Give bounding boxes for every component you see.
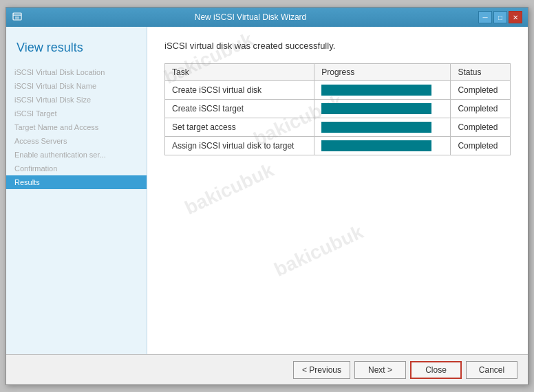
- sidebar-item-iscsi-target[interactable]: iSCSI Target: [6, 107, 147, 120]
- sidebar-item-disk-location[interactable]: iSCSI Virtual Disk Location: [6, 65, 147, 79]
- table-row: Assign iSCSI virtual disk to targetCompl…: [165, 137, 511, 155]
- table-row: Create iSCSI virtual diskCompleted: [165, 81, 511, 100]
- cell-task-1: Create iSCSI target: [165, 100, 314, 118]
- cell-progress-1: [314, 100, 451, 118]
- sidebar: View results iSCSI Virtual Disk Location…: [6, 27, 147, 354]
- sidebar-item-confirmation[interactable]: Confirmation: [6, 162, 147, 175]
- sidebar-item-target-name[interactable]: Target Name and Access: [6, 120, 147, 134]
- cell-progress-2: [314, 118, 451, 137]
- previous-button[interactable]: < Previous: [293, 361, 350, 379]
- cell-status-1: Completed: [451, 100, 511, 118]
- main-panel: bakicubuk bakicubuk bakicubuk bakicubuk …: [147, 27, 528, 354]
- close-button[interactable]: Close: [410, 361, 462, 379]
- col-task: Task: [165, 64, 314, 81]
- minimize-button[interactable]: ─: [478, 11, 492, 23]
- watermark-3: bakicubuk: [182, 159, 277, 219]
- window-controls: ─ □ ✕: [478, 11, 522, 23]
- window-title: New iSCSI Virtual Disk Wizard: [23, 12, 478, 22]
- watermark-4: bakicubuk: [271, 221, 367, 281]
- col-status: Status: [451, 64, 511, 81]
- sidebar-item-access-servers[interactable]: Access Servers: [6, 134, 147, 148]
- cell-progress-0: [314, 81, 451, 100]
- cell-progress-3: [314, 137, 451, 155]
- main-window: New iSCSI Virtual Disk Wizard ─ □ ✕ View…: [6, 7, 528, 385]
- window-icon: [12, 12, 23, 23]
- sidebar-item-enable-auth[interactable]: Enable authentication ser...: [6, 148, 147, 162]
- cell-status-0: Completed: [451, 81, 511, 100]
- cell-task-0: Create iSCSI virtual disk: [165, 81, 314, 100]
- col-progress: Progress: [314, 64, 451, 81]
- cancel-button[interactable]: Cancel: [466, 361, 517, 379]
- cell-status-2: Completed: [451, 118, 511, 137]
- sidebar-header: View results: [6, 34, 147, 65]
- title-bar: New iSCSI Virtual Disk Wizard ─ □ ✕: [6, 8, 528, 27]
- footer: < Previous Next > Close Cancel: [6, 354, 528, 384]
- table-row: Set target accessCompleted: [165, 118, 511, 137]
- results-table: Task Progress Status Create iSCSI virtua…: [164, 63, 511, 155]
- cell-status-3: Completed: [451, 137, 511, 155]
- next-button[interactable]: Next >: [354, 361, 406, 379]
- sidebar-item-disk-size[interactable]: iSCSI Virtual Disk Size: [6, 93, 147, 107]
- cell-task-2: Set target access: [165, 118, 314, 137]
- content-area: View results iSCSI Virtual Disk Location…: [6, 27, 528, 354]
- sidebar-item-results[interactable]: Results: [6, 175, 147, 189]
- success-message: iSCSI virtual disk was created successfu…: [164, 41, 511, 51]
- maximize-button[interactable]: □: [493, 11, 507, 23]
- cell-task-3: Assign iSCSI virtual disk to target: [165, 137, 314, 155]
- sidebar-item-disk-name[interactable]: iSCSI Virtual Disk Name: [6, 79, 147, 93]
- window-close-button[interactable]: ✕: [509, 11, 522, 23]
- table-row: Create iSCSI targetCompleted: [165, 100, 511, 118]
